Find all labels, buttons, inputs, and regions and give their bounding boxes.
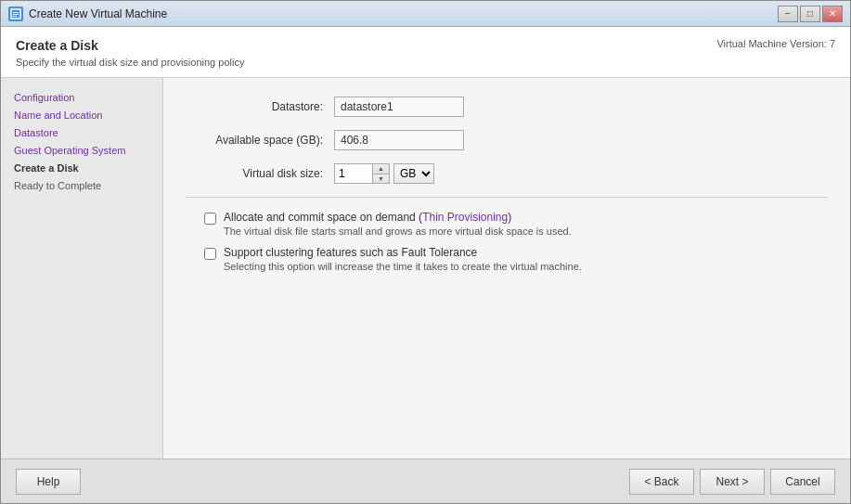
- thin-provision-label: Allocate and commit space on demand (Thi…: [224, 211, 572, 224]
- footer: Help < Back Next > Cancel: [1, 459, 850, 503]
- window-icon: [8, 6, 23, 21]
- version-label: Virtual Machine Version: 7: [716, 38, 835, 49]
- sidebar: Configuration Name and Location Datastor…: [1, 78, 163, 459]
- disk-size-row: Virtual disk size: ▲ ▼ GB MB TB: [186, 163, 828, 184]
- page-title: Create a Disk: [16, 38, 244, 53]
- thin-provision-link[interactable]: Thin Provisioning: [422, 211, 508, 224]
- sidebar-item-ready: Ready to Complete: [8, 177, 155, 194]
- disk-size-spinbox: ▲ ▼: [334, 163, 390, 184]
- disk-size-group: ▲ ▼ GB MB TB: [334, 163, 434, 184]
- fault-tolerance-checkbox[interactable]: [204, 248, 216, 260]
- separator: [186, 197, 828, 198]
- thin-provision-sublabel: The virtual disk file starts small and g…: [224, 226, 572, 237]
- page-subtitle: Specify the virtual disk size and provis…: [16, 57, 244, 68]
- spinbox-arrows: ▲ ▼: [372, 164, 389, 183]
- content-area: Configuration Name and Location Datastor…: [1, 78, 850, 459]
- datastore-input[interactable]: [334, 97, 464, 117]
- page-header: Create a Disk Specify the virtual disk s…: [1, 27, 850, 78]
- main-form: Datastore: Available space (GB): Virtual…: [163, 78, 850, 459]
- datastore-label: Datastore:: [186, 100, 334, 113]
- footer-left: Help: [16, 469, 629, 495]
- thin-provision-label-group: Allocate and commit space on demand (Thi…: [224, 211, 572, 237]
- fault-tolerance-row: Support clustering features such as Faul…: [186, 246, 828, 272]
- minimize-button[interactable]: −: [778, 6, 798, 22]
- footer-right: < Back Next > Cancel: [629, 469, 835, 495]
- fault-tolerance-label: Support clustering features such as Faul…: [224, 246, 582, 259]
- options-section: Allocate and commit space on demand (Thi…: [186, 211, 828, 272]
- close-button[interactable]: ✕: [822, 6, 843, 22]
- svg-rect-2: [13, 14, 19, 15]
- window-title: Create New Virtual Machine: [29, 7, 778, 20]
- thin-provision-row: Allocate and commit space on demand (Thi…: [186, 211, 828, 237]
- title-bar: Create New Virtual Machine − □ ✕: [1, 1, 850, 27]
- sidebar-item-create-disk: Create a Disk: [8, 160, 155, 176]
- svg-rect-1: [13, 12, 19, 13]
- available-space-row: Available space (GB):: [186, 130, 828, 150]
- back-button[interactable]: < Back: [629, 469, 694, 495]
- maximize-button[interactable]: □: [800, 6, 820, 22]
- sidebar-item-configuration[interactable]: Configuration: [8, 89, 155, 106]
- thin-label-text1: Allocate and commit space on demand (: [224, 211, 422, 224]
- available-space-label: Available space (GB):: [186, 134, 334, 147]
- next-button[interactable]: Next >: [700, 469, 765, 495]
- main-window: Create New Virtual Machine − □ ✕ Create …: [0, 0, 851, 504]
- datastore-row: Datastore:: [186, 97, 828, 117]
- fault-tolerance-label-group: Support clustering features such as Faul…: [224, 246, 582, 272]
- cancel-button[interactable]: Cancel: [770, 469, 835, 495]
- fault-tolerance-sublabel: Selecting this option will increase the …: [224, 261, 582, 272]
- available-space-value: [334, 130, 464, 150]
- sidebar-item-datastore[interactable]: Datastore: [8, 124, 155, 141]
- sidebar-item-guest-os[interactable]: Guest Operating System: [8, 142, 155, 159]
- spinbox-down[interactable]: ▼: [373, 174, 389, 184]
- help-button[interactable]: Help: [16, 469, 81, 495]
- window-controls: − □ ✕: [778, 6, 843, 22]
- thin-provision-checkbox[interactable]: [204, 213, 216, 225]
- sidebar-item-name-location[interactable]: Name and Location: [8, 107, 155, 123]
- disk-size-input[interactable]: [335, 164, 372, 183]
- svg-rect-3: [13, 16, 17, 17]
- spinbox-up[interactable]: ▲: [373, 164, 389, 174]
- disk-unit-select[interactable]: GB MB TB: [393, 163, 434, 184]
- thin-label-text2: ): [508, 211, 511, 224]
- disk-size-label: Virtual disk size:: [186, 167, 334, 180]
